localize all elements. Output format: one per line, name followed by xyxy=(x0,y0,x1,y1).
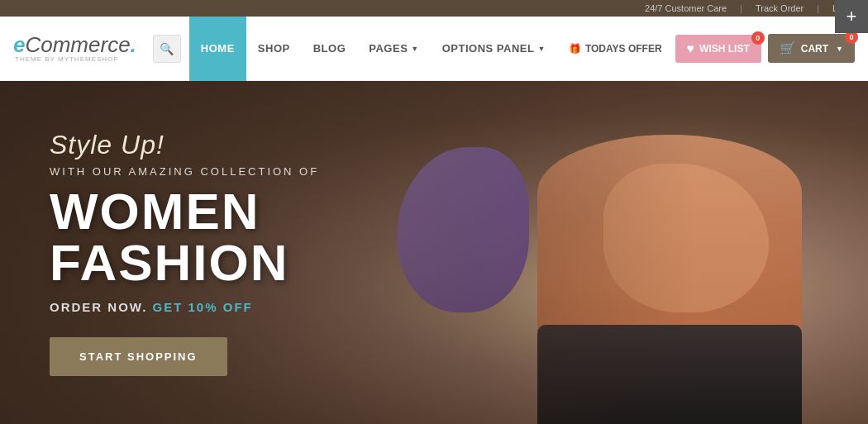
todays-offer-link[interactable]: 🎁 TODAYS OFFER xyxy=(562,43,669,55)
cart-dropdown-arrow: ▼ xyxy=(836,45,843,53)
hero-offer-discount: GET 10% OFF xyxy=(153,300,253,314)
logo-commerce: Commerce xyxy=(25,32,130,57)
logo[interactable]: eCommerce. THEME BY MYTHEMESHOP xyxy=(13,33,136,64)
wishlist-label: WISH LIST xyxy=(699,43,750,55)
hero-offer: ORDER NOW. GET 10% OFF xyxy=(50,300,479,314)
customer-care-link[interactable]: 24/7 Customer Care xyxy=(645,3,727,13)
nav-item-pages[interactable]: PAGES ▼ xyxy=(357,17,430,81)
cart-button[interactable]: 🛒 CART ▼ xyxy=(768,34,855,63)
logo-dot: . xyxy=(131,32,136,57)
todays-offer-label: TODAYS OFFER xyxy=(585,43,662,55)
nav-label-pages: PAGES xyxy=(369,42,408,55)
cart-icon: 🛒 xyxy=(780,40,796,56)
hero-subtitle: WITH OUR AMAZING COLLECTION OF xyxy=(50,165,479,178)
divider2: | xyxy=(817,3,819,13)
cart-wrapper: 🛒 CART ▼ 0 xyxy=(768,34,855,63)
track-order-link[interactable]: Track Order xyxy=(756,3,804,13)
options-dropdown-arrow: ▼ xyxy=(537,45,545,53)
hero-content: Style Up! WITH OUR AMAZING COLLECTION OF… xyxy=(50,130,479,376)
main-nav: HOME SHOP BLOG PAGES ▼ OPTIONS PANEL ▼ xyxy=(189,17,562,81)
hero-title: WOMEN FASHION xyxy=(50,186,479,288)
hero-cta-button[interactable]: START SHOPPING xyxy=(50,337,227,376)
nav-item-home[interactable]: HOME xyxy=(189,17,246,81)
nav-actions: 🎁 TODAYS OFFER ♥ WISH LIST 0 🛒 CART ▼ 0 xyxy=(562,34,855,63)
heart-icon: ♥ xyxy=(687,41,695,56)
pages-dropdown-arrow: ▼ xyxy=(411,45,418,53)
wishlist-wrapper: ♥ WISH LIST 0 xyxy=(675,35,761,63)
divider: | xyxy=(740,3,742,13)
hero-tagline: Style Up! xyxy=(50,130,479,160)
wishlist-badge: 0 xyxy=(751,31,765,45)
logo-e: e xyxy=(13,32,25,57)
nav-item-options[interactable]: OPTIONS PANEL ▼ xyxy=(431,17,557,81)
hero-offer-text: ORDER NOW. xyxy=(50,300,147,314)
nav-label-shop: SHOP xyxy=(258,42,290,55)
gift-icon: 🎁 xyxy=(569,43,581,55)
nav-label-home: HOME xyxy=(201,42,235,55)
logo-text: eCommerce. xyxy=(13,33,136,57)
plus-button[interactable]: + xyxy=(835,0,868,33)
nav-label-options: OPTIONS PANEL xyxy=(442,42,535,55)
top-bar: 24/7 Customer Care | Track Order | Login xyxy=(0,0,868,17)
search-button[interactable]: 🔍 xyxy=(153,35,181,63)
nav-item-blog[interactable]: BLOG xyxy=(302,17,358,81)
nav-label-blog: BLOG xyxy=(313,42,346,55)
hero-section: Style Up! WITH OUR AMAZING COLLECTION OF… xyxy=(0,81,868,424)
logo-subtitle: THEME BY MYTHEMESHOP xyxy=(13,56,136,64)
wishlist-button[interactable]: ♥ WISH LIST xyxy=(675,35,761,63)
search-icon: 🔍 xyxy=(160,42,174,55)
navigation-bar: eCommerce. THEME BY MYTHEMESHOP 🔍 HOME S… xyxy=(0,17,868,81)
nav-item-shop[interactable]: SHOP xyxy=(246,17,302,81)
cart-label: CART xyxy=(801,43,828,55)
